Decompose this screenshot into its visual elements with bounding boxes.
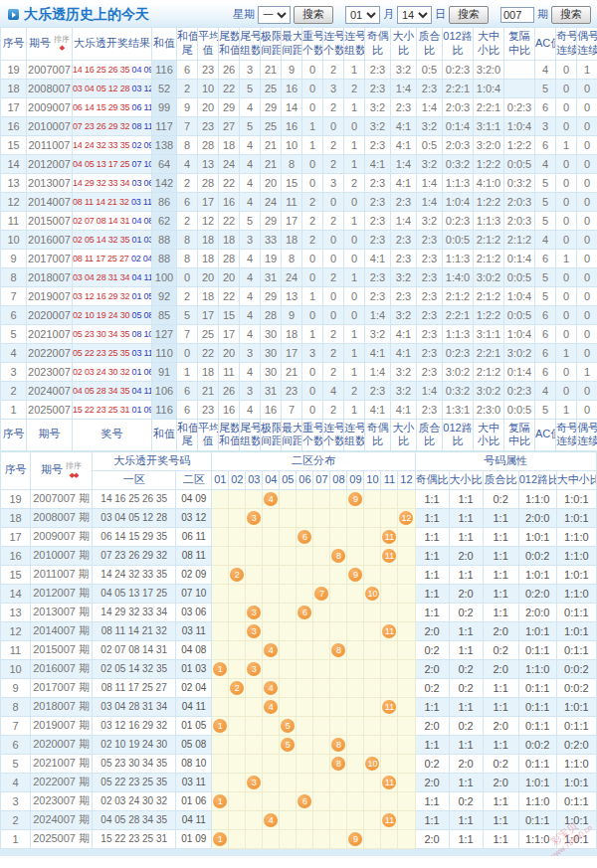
back-ball: 6 [298, 794, 311, 808]
back-numbers: 04 08 [176, 640, 212, 659]
stat-cell: 3 [240, 60, 261, 79]
seq-cell: 15 [1, 135, 27, 154]
sort-control[interactable]: 排序◆ [54, 36, 70, 52]
stat-cell: 2:1:2 [474, 362, 504, 381]
stat-cell: 7 [282, 400, 302, 419]
stat-cell: 0:3:2 [443, 154, 474, 173]
issue-cell: 2021007 [27, 324, 73, 343]
col-header-label: 连号个数 [323, 30, 344, 56]
back-ball: 11 [382, 700, 396, 714]
back-ball: 9 [348, 492, 362, 506]
ball-cell: 12 [398, 508, 415, 527]
ball-cell [280, 810, 297, 829]
ball-cell [364, 621, 381, 640]
stat-cell: 0 [556, 305, 577, 324]
issue-cell: 2024007 期 [31, 810, 93, 829]
col-header: 复隔中比 [504, 419, 535, 451]
stat-cell: 1 [302, 286, 323, 305]
back-numbers: 04 09 [176, 489, 212, 508]
ball-cell [398, 527, 415, 546]
attr-cell: 1:1 [449, 508, 483, 527]
date-search-button[interactable]: 搜索 [449, 6, 489, 24]
ball-cell [347, 735, 364, 754]
back-numbers: 01 05 [132, 291, 152, 301]
draw-result-cell: 05 22 23 25 35 03 11 [73, 343, 152, 362]
ball-cell [398, 791, 415, 810]
back-numbers: 08 10 [132, 329, 152, 339]
stat-cell: 0 [556, 97, 577, 116]
back-ball: 4 [264, 813, 278, 827]
stat-cell: 0 [323, 230, 344, 249]
issue-cell: 2019007 期 [31, 716, 93, 735]
issue-cell: 2016007 [27, 230, 73, 249]
stat-cell: 3 [535, 116, 556, 135]
stat-cell: 2:3 [417, 343, 443, 362]
sort-control[interactable]: 排序◆◆ [66, 462, 82, 478]
col-header-label: 最大间距 [282, 30, 302, 56]
back-ball: 11 [382, 776, 396, 789]
stat-cell: 0 [302, 173, 323, 192]
seq-cell: 5 [1, 324, 27, 343]
stat-cell: 1:4 [391, 154, 417, 173]
ball-cell [398, 810, 415, 829]
seq-cell: 5 [1, 754, 31, 773]
attr-cell: 1:0:1 [556, 810, 596, 829]
col-header: 序号 [1, 452, 31, 490]
week-search-button[interactable]: 搜索 [294, 6, 333, 24]
issue-cell: 2015007 [27, 211, 73, 230]
issue-cell: 2025007 [27, 400, 73, 419]
col-header: 连号组数 [344, 28, 365, 61]
stat-cell: 4 [240, 249, 261, 267]
month-select[interactable]: 01 [345, 6, 380, 24]
ball-cell: 8 [330, 735, 347, 754]
stat-cell: 0 [302, 97, 323, 116]
issue-cell: 2020007 [27, 305, 73, 324]
col-header: 大中小比 [474, 28, 504, 61]
stats-row: 8201800703 04 28 31 34 04 11100020204312… [1, 267, 597, 286]
stat-cell: 5 [535, 79, 556, 97]
ball-cell [381, 678, 398, 697]
ball-cell [229, 791, 246, 810]
week-select[interactable]: 一 [258, 6, 291, 24]
col-header-label: 尾号组数 [240, 422, 261, 447]
back-numbers: 01 05 [176, 716, 212, 735]
stat-cell: 30 [261, 343, 282, 362]
stat-cell: 10 [198, 79, 219, 97]
number-row: 22024007 期04 05 28 34 3504 114111:11:11:… [1, 810, 597, 829]
ball-cell: 1 [212, 791, 229, 810]
back-ball: 3 [247, 606, 261, 619]
seq-cell: 7 [1, 286, 27, 305]
back-ball: 1 [213, 832, 227, 846]
number-row: 42022007 期05 22 23 25 3503 113112:01:12:… [1, 773, 597, 791]
front-numbers: 02 07 08 14 31 [93, 640, 176, 659]
ball-cell [364, 829, 381, 848]
ball-cell [229, 584, 246, 603]
back-ball: 3 [247, 624, 261, 638]
stat-cell: 0 [577, 135, 597, 154]
col-header-label: 大小比 [393, 30, 415, 56]
stats-row: 1202500715 22 23 25 31 01 09116623164167… [1, 400, 597, 419]
issue-cell: 2012007 期 [31, 584, 93, 603]
attr-cell: 1:1 [415, 735, 449, 754]
stat-cell: 17 [198, 192, 219, 211]
stat-cell: 0 [577, 97, 597, 116]
day-select[interactable]: 14 [397, 6, 432, 24]
stat-cell: 22 [219, 286, 240, 305]
col-header: 和值 [152, 419, 177, 451]
col-header: 和值 [152, 28, 177, 61]
col-header: 012路比 [518, 470, 556, 489]
issue-search-button[interactable]: 搜索 [551, 6, 591, 24]
back-ball: 3 [247, 662, 261, 676]
back-ball: 6 [298, 530, 311, 544]
issue-input[interactable] [500, 7, 534, 23]
stat-cell: 0:3:2 [504, 173, 535, 192]
ball-cell [364, 716, 381, 735]
ball-cell [246, 791, 263, 810]
stat-cell: 0:0:5 [504, 154, 535, 173]
ball-cell [229, 735, 246, 754]
stat-cell: 33 [261, 230, 282, 249]
back-ball: 8 [331, 643, 345, 657]
attr-cell: 1:1 [415, 791, 449, 810]
stat-cell: 4:1 [391, 135, 417, 154]
sort-diamond-icon: ◆ [60, 44, 64, 52]
